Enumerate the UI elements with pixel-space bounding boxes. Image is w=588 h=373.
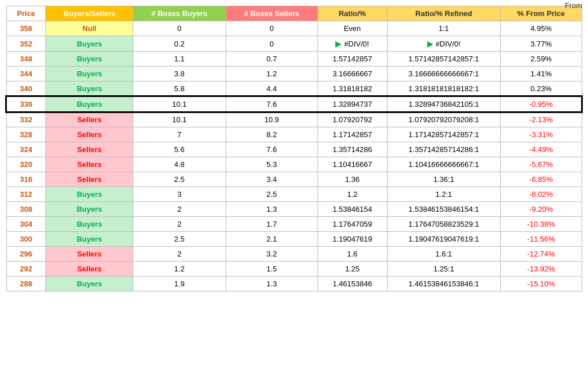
cell-buyers-sellers: Buyers <box>46 217 133 232</box>
table-row: 332Sellers10.110.91.079207921.0792079207… <box>6 112 582 127</box>
cell-from-price: -10.38% <box>501 217 582 232</box>
cell-price: 328 <box>6 127 46 142</box>
cell-buyers-sellers: Sellers <box>46 157 133 172</box>
cell-from-price: -9.20% <box>501 202 582 217</box>
cell-boxes-sellers: 1.7 <box>226 217 318 232</box>
cell-ratio-refined: 1.17142857142857:1 <box>387 127 501 142</box>
cell-price: 336 <box>6 96 46 112</box>
cell-price: 332 <box>6 112 46 127</box>
cell-ratio-refined: ▶ #DIV/0! <box>387 36 501 52</box>
cell-price: 324 <box>6 142 46 157</box>
cell-ratio-refined: 1.6:1 <box>387 247 501 262</box>
cell-ratio-refined: 1.19047619047619:1 <box>387 232 501 247</box>
cell-price: 320 <box>6 157 46 172</box>
cell-ratio: 1.17647059 <box>318 217 387 232</box>
cell-boxes-sellers: 1.3 <box>226 277 318 292</box>
cell-boxes-buyers: 5.6 <box>133 142 226 157</box>
col-header-boxes_sellers: # Boxes Sellers <box>226 6 318 21</box>
cell-boxes-sellers: 0 <box>226 36 318 52</box>
price-table: PriceBuyers/Sellers# Boxes Buyers# Boxes… <box>6 6 582 292</box>
cell-ratio: 1.32894737 <box>318 96 387 112</box>
cell-from-price: -2.13% <box>501 112 582 127</box>
cell-ratio-refined: 1.31818181818182:1 <box>387 81 501 97</box>
cell-boxes-buyers: 2 <box>133 202 226 217</box>
col-header-ratio: Ratio/% <box>318 6 387 21</box>
cell-boxes-sellers: 4.4 <box>226 81 318 97</box>
cell-boxes-buyers: 4.8 <box>133 157 226 172</box>
table-row: 344Buyers3.81.23.166666673.1666666666666… <box>6 67 582 81</box>
cell-boxes-sellers: 10.9 <box>226 112 318 127</box>
table-row: 328Sellers78.21.171428571.17142857142857… <box>6 127 582 142</box>
cell-buyers-sellers: Buyers <box>46 67 133 81</box>
cell-price: 296 <box>6 247 46 262</box>
cell-boxes-sellers: 7.6 <box>226 96 318 112</box>
cell-ratio-refined: 1.32894736842105:1 <box>387 96 501 112</box>
cell-price: 312 <box>6 187 46 202</box>
cell-boxes-buyers: 0 <box>133 21 226 36</box>
cell-price: 304 <box>6 217 46 232</box>
col-header-ratio_refined: Ratio/% Refined <box>387 6 501 21</box>
cell-from-price: 0.23% <box>501 81 582 97</box>
table-row: 356Null00Even1:14.95% <box>6 21 582 36</box>
cell-price: 348 <box>6 52 46 67</box>
cell-from-price: -5.67% <box>501 157 582 172</box>
cell-boxes-sellers: 3.4 <box>226 172 318 187</box>
cell-ratio: 1.57142857 <box>318 52 387 67</box>
table-row: 324Sellers5.67.61.357142861.357142857142… <box>6 142 582 157</box>
cell-price: 344 <box>6 67 46 81</box>
cell-buyers-sellers: Buyers <box>46 202 133 217</box>
cell-ratio-refined: 1.57142857142857:1 <box>387 52 501 67</box>
cell-boxes-buyers: 2.5 <box>133 232 226 247</box>
cell-boxes-buyers: 3.8 <box>133 67 226 81</box>
cell-from-price: -4.49% <box>501 142 582 157</box>
cell-buyers-sellers: Buyers <box>46 52 133 67</box>
table-row: 352Buyers0.20▶ #DIV/0!▶ #DIV/0!3.77% <box>6 36 582 52</box>
cell-ratio-refined: 1.36:1 <box>387 172 501 187</box>
table-row: 320Sellers4.85.31.104166671.104166666666… <box>6 157 582 172</box>
cell-buyers-sellers: Sellers <box>46 142 133 157</box>
cell-from-price: 3.77% <box>501 36 582 52</box>
cell-from-price: 4.95% <box>501 21 582 36</box>
table-row: 316Sellers2.53.41.361.36:1-6.85% <box>6 172 582 187</box>
cell-buyers-sellers: Sellers <box>46 127 133 142</box>
cell-boxes-buyers: 1.2 <box>133 262 226 277</box>
cell-price: 300 <box>6 232 46 247</box>
cell-boxes-sellers: 0.7 <box>226 52 318 67</box>
cell-boxes-buyers: 1.9 <box>133 277 226 292</box>
col-header-price: Price <box>6 6 46 21</box>
cell-ratio: 1.36 <box>318 172 387 187</box>
cell-ratio-refined: 1.07920792079208:1 <box>387 112 501 127</box>
cell-ratio-refined: 1.10416666666667:1 <box>387 157 501 172</box>
cell-ratio: Even <box>318 21 387 36</box>
table-row: 348Buyers1.10.71.571428571.5714285714285… <box>6 52 582 67</box>
col-header-boxes_buyers: # Boxes Buyers <box>133 6 226 21</box>
cell-ratio: ▶ #DIV/0! <box>318 36 387 52</box>
table-row: 296Sellers23.21.61.6:1-12.74% <box>6 247 582 262</box>
cell-ratio: 3.16666667 <box>318 67 387 81</box>
cell-ratio-refined: 1.53846153846154:1 <box>387 202 501 217</box>
table-row: 308Buyers21.31.538461541.53846153846154:… <box>6 202 582 217</box>
cell-ratio: 1.2 <box>318 187 387 202</box>
cell-from-price: -0.95% <box>501 96 582 112</box>
cell-boxes-buyers: 10.1 <box>133 96 226 112</box>
cell-price: 316 <box>6 172 46 187</box>
cell-buyers-sellers: Sellers <box>46 247 133 262</box>
cell-ratio-refined: 1.46153846153846:1 <box>387 277 501 292</box>
cell-boxes-sellers: 1.5 <box>226 262 318 277</box>
from-label: From <box>565 1 582 10</box>
cell-boxes-buyers: 2 <box>133 247 226 262</box>
cell-boxes-sellers: 2.1 <box>226 232 318 247</box>
cell-from-price: -11.56% <box>501 232 582 247</box>
cell-ratio-refined: 1:1 <box>387 21 501 36</box>
cell-boxes-buyers: 1.1 <box>133 52 226 67</box>
cell-price: 308 <box>6 202 46 217</box>
col-header-buyers_sellers: Buyers/Sellers <box>46 6 133 21</box>
cell-buyers-sellers: Buyers <box>46 96 133 112</box>
cell-from-price: -13.92% <box>501 262 582 277</box>
cell-buyers-sellers: Buyers <box>46 81 133 97</box>
cell-buyers-sellers: Buyers <box>46 36 133 52</box>
cell-boxes-buyers: 5.8 <box>133 81 226 97</box>
cell-ratio: 1.10416667 <box>318 157 387 172</box>
cell-buyers-sellers: Sellers <box>46 172 133 187</box>
cell-price: 292 <box>6 262 46 277</box>
